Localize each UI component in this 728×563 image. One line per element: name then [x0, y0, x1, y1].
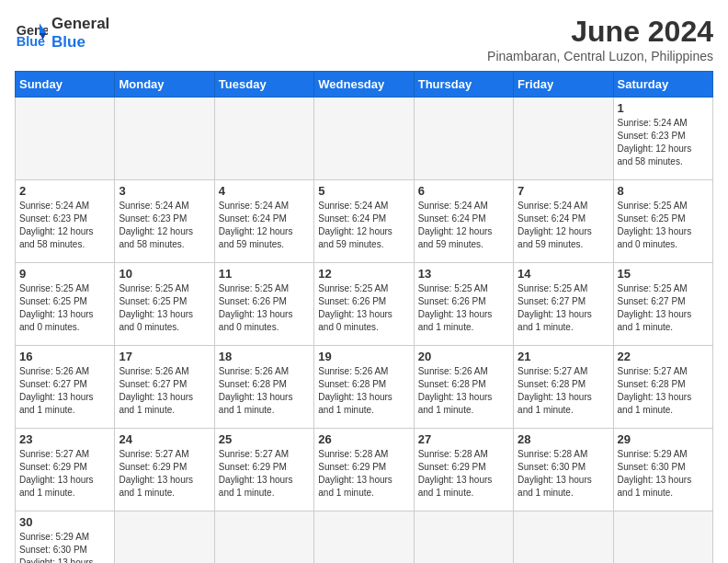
day-number: 2	[19, 184, 110, 198]
day-info: Sunrise: 5:27 AM Sunset: 6:28 PM Dayligh…	[518, 365, 609, 417]
day-info: Sunrise: 5:27 AM Sunset: 6:29 PM Dayligh…	[119, 448, 210, 500]
day-info: Sunrise: 5:28 AM Sunset: 6:29 PM Dayligh…	[418, 448, 509, 500]
calendar-day-cell: 14Sunrise: 5:25 AM Sunset: 6:27 PM Dayli…	[514, 263, 613, 346]
calendar-day-cell	[115, 98, 214, 180]
day-number: 17	[119, 350, 210, 363]
calendar-day-cell: 20Sunrise: 5:26 AM Sunset: 6:28 PM Dayli…	[414, 346, 513, 429]
calendar-day-cell: 30Sunrise: 5:29 AM Sunset: 6:30 PM Dayli…	[16, 511, 115, 564]
day-info: Sunrise: 5:27 AM Sunset: 6:28 PM Dayligh…	[618, 365, 709, 417]
logo-blue-text: Blue	[51, 33, 109, 52]
day-number: 16	[19, 350, 110, 363]
day-number: 21	[518, 350, 609, 363]
calendar-day-cell: 2Sunrise: 5:24 AM Sunset: 6:23 PM Daylig…	[16, 180, 115, 263]
calendar-day-cell: 6Sunrise: 5:24 AM Sunset: 6:24 PM Daylig…	[414, 180, 513, 263]
day-number: 28	[518, 432, 609, 446]
day-number: 20	[418, 350, 509, 363]
day-number: 27	[418, 432, 509, 446]
day-info: Sunrise: 5:24 AM Sunset: 6:23 PM Dayligh…	[19, 200, 110, 251]
weekday-header-friday: Friday	[514, 72, 613, 98]
calendar-table: SundayMondayTuesdayWednesdayThursdayFrid…	[15, 71, 713, 563]
calendar-day-cell: 1Sunrise: 5:24 AM Sunset: 6:23 PM Daylig…	[613, 98, 712, 180]
day-info: Sunrise: 5:25 AM Sunset: 6:25 PM Dayligh…	[119, 282, 210, 334]
day-info: Sunrise: 5:29 AM Sunset: 6:30 PM Dayligh…	[19, 531, 110, 563]
calendar-day-cell: 3Sunrise: 5:24 AM Sunset: 6:23 PM Daylig…	[115, 180, 214, 263]
day-number: 6	[418, 184, 509, 198]
logo-general-text: General	[51, 15, 109, 33]
calendar-day-cell: 17Sunrise: 5:26 AM Sunset: 6:27 PM Dayli…	[115, 346, 214, 429]
calendar-day-cell	[16, 98, 115, 180]
calendar-week-row: 9Sunrise: 5:25 AM Sunset: 6:25 PM Daylig…	[16, 263, 713, 346]
day-number: 30	[19, 515, 110, 529]
day-number: 22	[618, 350, 709, 363]
day-info: Sunrise: 5:27 AM Sunset: 6:29 PM Dayligh…	[19, 448, 110, 500]
calendar-week-row: 23Sunrise: 5:27 AM Sunset: 6:29 PM Dayli…	[16, 429, 713, 511]
calendar-day-cell: 16Sunrise: 5:26 AM Sunset: 6:27 PM Dayli…	[16, 346, 115, 429]
calendar-day-cell: 13Sunrise: 5:25 AM Sunset: 6:26 PM Dayli…	[414, 263, 513, 346]
weekday-header-thursday: Thursday	[414, 72, 513, 98]
day-info: Sunrise: 5:25 AM Sunset: 6:26 PM Dayligh…	[318, 282, 409, 334]
day-number: 25	[219, 432, 310, 446]
day-number: 19	[318, 350, 409, 363]
day-info: Sunrise: 5:29 AM Sunset: 6:30 PM Dayligh…	[618, 448, 709, 500]
calendar-day-cell: 11Sunrise: 5:25 AM Sunset: 6:26 PM Dayli…	[214, 263, 313, 346]
weekday-header-saturday: Saturday	[613, 72, 712, 98]
calendar-day-cell	[214, 511, 313, 564]
weekday-header-row: SundayMondayTuesdayWednesdayThursdayFrid…	[16, 72, 713, 98]
calendar-week-row: 16Sunrise: 5:26 AM Sunset: 6:27 PM Dayli…	[16, 346, 713, 429]
calendar-day-cell: 29Sunrise: 5:29 AM Sunset: 6:30 PM Dayli…	[613, 429, 712, 511]
day-info: Sunrise: 5:25 AM Sunset: 6:26 PM Dayligh…	[219, 282, 310, 334]
weekday-header-tuesday: Tuesday	[214, 72, 313, 98]
day-info: Sunrise: 5:24 AM Sunset: 6:24 PM Dayligh…	[219, 200, 310, 251]
calendar-day-cell	[514, 98, 613, 180]
calendar-day-cell	[414, 98, 513, 180]
header: General Blue General Blue June 2024 Pina…	[15, 15, 713, 63]
title-area: June 2024 Pinambaran, Central Luzon, Phi…	[487, 15, 713, 63]
logo: General Blue General Blue	[15, 15, 109, 52]
day-number: 12	[318, 267, 409, 281]
day-number: 4	[219, 184, 310, 198]
day-info: Sunrise: 5:26 AM Sunset: 6:27 PM Dayligh…	[119, 365, 210, 417]
calendar-day-cell: 23Sunrise: 5:27 AM Sunset: 6:29 PM Dayli…	[16, 429, 115, 511]
calendar-day-cell: 10Sunrise: 5:25 AM Sunset: 6:25 PM Dayli…	[115, 263, 214, 346]
day-number: 15	[618, 267, 709, 281]
calendar-day-cell	[314, 98, 414, 180]
day-info: Sunrise: 5:24 AM Sunset: 6:24 PM Dayligh…	[318, 200, 409, 251]
day-number: 1	[618, 101, 709, 115]
day-info: Sunrise: 5:26 AM Sunset: 6:28 PM Dayligh…	[318, 365, 409, 417]
day-number: 8	[618, 184, 709, 198]
calendar-day-cell: 22Sunrise: 5:27 AM Sunset: 6:28 PM Dayli…	[613, 346, 712, 429]
calendar-day-cell	[214, 98, 313, 180]
day-number: 24	[119, 432, 210, 446]
day-info: Sunrise: 5:26 AM Sunset: 6:28 PM Dayligh…	[418, 365, 509, 417]
calendar-day-cell	[115, 511, 214, 564]
day-number: 14	[518, 267, 609, 281]
calendar-week-row: 1Sunrise: 5:24 AM Sunset: 6:23 PM Daylig…	[16, 98, 713, 180]
weekday-header-sunday: Sunday	[16, 72, 115, 98]
day-info: Sunrise: 5:25 AM Sunset: 6:25 PM Dayligh…	[618, 200, 709, 251]
calendar-title: June 2024	[487, 15, 713, 49]
calendar-day-cell: 21Sunrise: 5:27 AM Sunset: 6:28 PM Dayli…	[514, 346, 613, 429]
day-info: Sunrise: 5:28 AM Sunset: 6:29 PM Dayligh…	[318, 448, 409, 500]
weekday-header-monday: Monday	[115, 72, 214, 98]
day-number: 29	[618, 432, 709, 446]
day-info: Sunrise: 5:24 AM Sunset: 6:23 PM Dayligh…	[618, 117, 709, 168]
calendar-subtitle: Pinambaran, Central Luzon, Philippines	[487, 49, 713, 63]
day-number: 5	[318, 184, 409, 198]
calendar-day-cell: 26Sunrise: 5:28 AM Sunset: 6:29 PM Dayli…	[314, 429, 414, 511]
day-info: Sunrise: 5:24 AM Sunset: 6:24 PM Dayligh…	[518, 200, 609, 251]
day-number: 18	[219, 350, 310, 363]
calendar-day-cell: 18Sunrise: 5:26 AM Sunset: 6:28 PM Dayli…	[214, 346, 313, 429]
calendar-day-cell: 4Sunrise: 5:24 AM Sunset: 6:24 PM Daylig…	[214, 180, 313, 263]
day-info: Sunrise: 5:26 AM Sunset: 6:27 PM Dayligh…	[19, 365, 110, 417]
day-info: Sunrise: 5:24 AM Sunset: 6:23 PM Dayligh…	[119, 200, 210, 251]
calendar-day-cell: 5Sunrise: 5:24 AM Sunset: 6:24 PM Daylig…	[314, 180, 414, 263]
day-info: Sunrise: 5:24 AM Sunset: 6:24 PM Dayligh…	[418, 200, 509, 251]
calendar-day-cell: 15Sunrise: 5:25 AM Sunset: 6:27 PM Dayli…	[613, 263, 712, 346]
calendar-day-cell: 25Sunrise: 5:27 AM Sunset: 6:29 PM Dayli…	[214, 429, 313, 511]
calendar-day-cell: 28Sunrise: 5:28 AM Sunset: 6:30 PM Dayli…	[514, 429, 613, 511]
day-number: 3	[119, 184, 210, 198]
weekday-header-wednesday: Wednesday	[314, 72, 414, 98]
calendar-week-row: 2Sunrise: 5:24 AM Sunset: 6:23 PM Daylig…	[16, 180, 713, 263]
day-info: Sunrise: 5:26 AM Sunset: 6:28 PM Dayligh…	[219, 365, 310, 417]
logo-icon: General Blue	[15, 17, 48, 50]
